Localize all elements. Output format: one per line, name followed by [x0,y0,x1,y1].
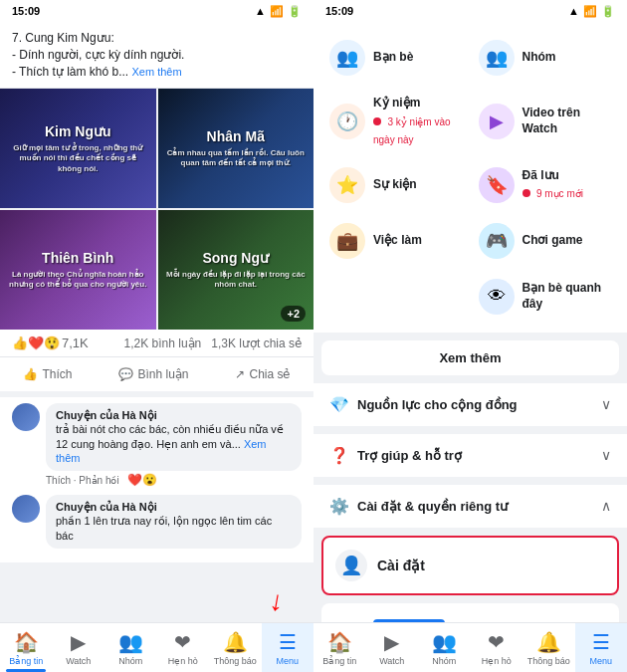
image-nhan-ma[interactable]: Nhân Mã Cảm nhau qua tấm lần rồi. Câu lu… [158,89,314,208]
video-watch-icon: ▶ [490,111,504,132]
chevron-down-icon-nguon: ∨ [601,396,611,412]
menu-empty [321,269,471,325]
menu-banbe[interactable]: 👥 Bạn bè [321,30,471,86]
right-panel: 15:09 ▲ 📶 🔋 👥 Bạn bè [314,0,627,672]
caidat-item[interactable]: 👤 Cài đặt [321,536,619,595]
menu-row-3: 💼 Việc làm 🎮 Chơi game [321,213,619,269]
accordion-nguon-luc: 💎 Nguồn lực cho cộng đồng ∨ [314,383,627,426]
post-bullet2: - Thích tự làm khó b... Xem thêm [12,64,302,81]
left-content: 7. Cung Kim Ngưu: - Dính người, cực kỳ d… [0,22,314,622]
kyniem-icon: 🕐 [336,111,358,132]
comments-shares-count: 1,2K bình luận 1,3K lượt chia sẻ [124,336,302,350]
image-kim-nguu[interactable]: Kim Ngưu Giữ mọi tâm tư ở trong, những t… [0,89,156,208]
share-button[interactable]: ↗ Chia sẻ [223,361,302,387]
nguon-luc-icon: 💎 [329,395,349,414]
nav-henho-left[interactable]: ❤ Hẹn hò [157,623,210,672]
nav-henho-right[interactable]: ❤ Hẹn hò [471,623,523,672]
watch-icon-right: ▶ [384,630,399,654]
wifi-icon-right: 📶 [583,5,597,18]
chevron-down-icon-tro: ∨ [601,447,611,463]
video-watch-icon-circle: ▶ [479,104,515,139]
accordion-caidat-header[interactable]: ⚙️ Cài đặt & quyền riêng tư ∧ [321,485,619,528]
daluu-icon-circle: 🔖 [479,167,515,203]
image-song-ngu[interactable]: Song Ngư Mỗi ngày đều lặp đi lặp lại tro… [158,210,314,330]
daluu-icon: 🔖 [486,174,508,196]
see-more-comment1[interactable]: Xem thêm [56,438,267,464]
nav-menu-right[interactable]: ☰ Menu [575,623,628,672]
chevron-up-icon: ∧ [601,498,611,514]
nav-bangtin-left[interactable]: 🏠 Bảng tin [0,623,53,672]
post-bullet1: - Dính người, cực kỳ dính người. [12,47,302,64]
see-more-post[interactable]: Xem thêm [132,66,182,78]
time-right: 15:09 [325,5,353,17]
menu-row-0: 👥 Bạn bè 👥 Nhóm [321,30,619,86]
accordion-tro-giup-header[interactable]: ❓ Trợ giúp & hỗ trợ ∨ [321,434,619,477]
banbeqd-icon-circle: 👁 [479,279,515,315]
menu-daluu[interactable]: 🔖 Đã lưu 9 mục mới [471,157,620,213]
bell-icon-right: 🔔 [536,630,561,654]
caidat-item-icon-circle: 👤 [335,550,367,581]
image-thien-binh[interactable]: Thiên Bình Là người theo Chủ nghĩa hoàn … [0,210,156,330]
comment-item-1: Chuyện của Hà Nội trả bài nót cho các bá… [12,403,302,487]
menu-nhom[interactable]: 👥 Nhóm [471,30,620,86]
banbe-icon: 👥 [336,47,358,69]
menu-sukien[interactable]: ⭐ Sự kiện [321,157,471,213]
right-menu-content: 👥 Bạn bè 👥 Nhóm [314,22,627,622]
like-button[interactable]: 👍 Thích [11,361,84,387]
nav-nhom-left[interactable]: 👥 Nhóm [104,623,157,672]
accordion-nguon-luc-header[interactable]: 💎 Nguồn lực cho cộng đồng ∨ [321,383,619,426]
commenter-avatar-2 [12,495,40,523]
commenter-avatar-1 [12,403,40,431]
menu-banbeqd[interactable]: 👁 Bạn bè quanh đây [471,269,620,325]
choigame-icon: 🎮 [486,230,508,252]
post-actions-bar: 👍 Thích 💬 Bình luận ↗ Chia sẻ [0,357,314,397]
status-icons-left: ▲ 📶 🔋 [255,5,302,18]
sukien-icon-circle: ⭐ [329,167,365,203]
nav-thongbao-right[interactable]: 🔔 Thông báo [522,623,575,672]
home-icon: 🏠 [14,630,39,654]
choigame-icon-circle: 🎮 [479,223,515,259]
menu-choigame[interactable]: 🎮 Chơi game [471,213,620,269]
bell-icon: 🔔 [223,630,248,654]
status-bar-right: 15:09 ▲ 📶 🔋 [314,0,627,22]
group-icon-right: 👥 [432,630,457,654]
nav-thongbao-left[interactable]: 🔔 Thông báo [209,623,262,672]
caidat-quyen-icon: ⚙️ [329,497,349,516]
post-reactions: 👍❤️😲 7,1K 1,2K bình luận 1,3K lượt chia … [0,330,314,357]
time-left: 15:09 [12,5,40,17]
nav-watch-left[interactable]: ▶ Watch [53,623,105,672]
menu-row-4: 👁 Bạn bè quanh đây [321,269,619,325]
nav-bangtin-right[interactable]: 🏠 Bảng tin [314,623,366,672]
nav-menu-left[interactable]: ☰ Menu [262,623,314,672]
tro-giup-icon: ❓ [329,446,349,465]
menu-row-1: 🕐 Kỷ niệm 3 kỷ niệm vào ngày này ▶ [321,86,619,157]
bottom-nav-right: 🏠 Bảng tin ▶ Watch 👥 Nhóm ❤ Hẹn hò 🔔 Thô… [314,622,627,672]
menu-kyniem[interactable]: 🕐 Kỷ niệm 3 kỷ niệm vào ngày này [321,86,471,157]
xem-them-button[interactable]: Xem thêm [321,340,619,375]
heart-icon: ❤ [174,630,191,654]
post-images-grid: Kim Ngưu Giữ mọi tâm tư ở trong, những t… [0,89,314,330]
caidat-person-icon: 👤 [340,555,362,576]
status-icons-right: ▲ 📶 🔋 [568,5,615,18]
accordion-tro-giup: ❓ Trợ giúp & hỗ trợ ∨ [314,434,627,477]
menu-vieclam[interactable]: 💼 Việc làm [321,213,471,269]
comment-button[interactable]: 💬 Bình luận [106,361,200,387]
menu-row-2: ⭐ Sự kiện 🔖 Đã lưu 9 mục mới [321,157,619,213]
menu-icon-right: ☰ [592,630,610,654]
banbeqd-icon: 👁 [488,286,506,307]
signal-icon: ▲ [255,5,266,17]
menu-video-watch[interactable]: ▶ Video trên Watch [471,86,620,157]
nav-nhom-right[interactable]: 👥 Nhóm [418,623,471,672]
wifi-icon: 📶 [270,5,284,18]
bottom-nav-left: 🏠 Bảng tin ▶ Watch 👥 Nhóm ❤ Hẹn hò 🔔 Thô… [0,622,314,672]
left-panel: 15:09 ▲ 📶 🔋 7. Cung Kim Ngưu: - Dính ngư… [0,0,314,672]
plus-badge: +2 [281,306,306,322]
nav-watch-right[interactable]: ▶ Watch [366,623,419,672]
kyniem-dot [373,117,381,125]
post-text: 7. Cung Kim Ngưu: - Dính người, cực kỳ d… [0,22,314,89]
nhom-icon-circle: 👥 [479,40,515,76]
home-icon-right: 🏠 [327,630,352,654]
comment-item-2: Chuyện của Hà Nội phần 1 lên trưa nay rồ… [12,495,302,549]
comments-section: Chuyện của Hà Nội trả bài nót cho các bá… [0,397,314,561]
battery-icon: 🔋 [288,5,302,18]
